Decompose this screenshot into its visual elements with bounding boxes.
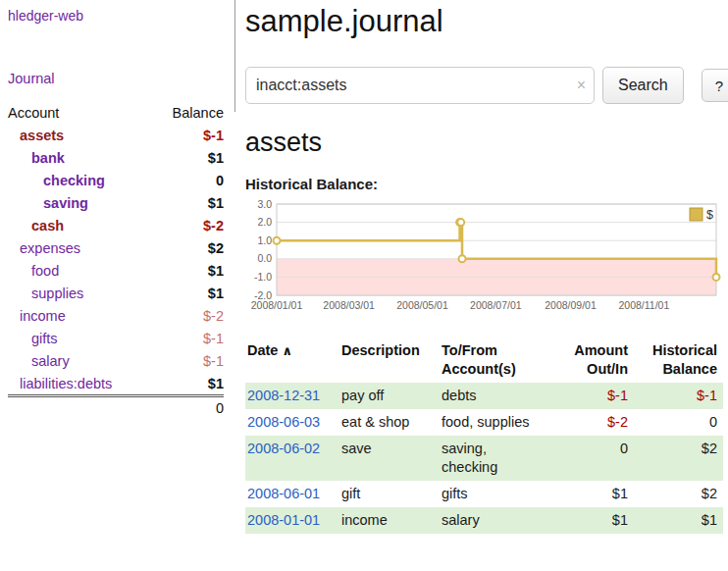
transaction-accounts: debts: [440, 383, 565, 409]
register-row: 2008-01-01 income salary $1 $1: [245, 507, 723, 534]
transaction-balance: $2: [634, 436, 723, 481]
search-form: × Search ?: [245, 67, 728, 104]
account-link[interactable]: salary: [8, 353, 70, 369]
transaction-description: pay off: [339, 383, 440, 409]
help-button[interactable]: ?: [702, 69, 728, 102]
transaction-balance: 0: [634, 409, 723, 436]
svg-text:3.0: 3.0: [257, 198, 272, 210]
transaction-accounts: food, supplies: [440, 409, 565, 436]
sidebar-divider: [234, 0, 235, 112]
account-link[interactable]: checking: [8, 173, 105, 188]
historical-balance-chart: 3.02.01.00.0-1.0-2.02008/01/012008/03/01…: [245, 196, 723, 320]
transaction-accounts: saving, checking: [440, 436, 565, 481]
transaction-date-link[interactable]: 2008-06-02: [247, 441, 320, 456]
account-balance: $1: [152, 259, 224, 282]
search-input[interactable]: [245, 67, 595, 104]
account-balance: $-1: [152, 349, 224, 372]
sidebar: hledger-web Journal Account Balance asse…: [0, 0, 235, 571]
main-content: sample.journal × Search ? assets Histori…: [235, 0, 728, 571]
transaction-amount: $-1: [565, 383, 634, 409]
transaction-accounts: gifts: [440, 481, 565, 507]
account-row: food $1: [8, 259, 224, 282]
account-row: liabilities:debts $1: [8, 372, 224, 396]
accounts-table-body: assets $-1 bank $1 checking 0 saving $1 …: [8, 124, 224, 396]
nav-journal-link[interactable]: Journal: [8, 71, 224, 86]
svg-text:0.0: 0.0: [257, 252, 272, 264]
svg-text:2008/11/01: 2008/11/01: [618, 299, 669, 311]
accounts-header-row: Account Balance: [8, 102, 224, 124]
svg-text:$: $: [706, 208, 713, 222]
register-body: 2008-12-31 pay off debts $-1 $-1 2008-06…: [245, 383, 723, 534]
account-link[interactable]: supplies: [8, 286, 83, 301]
transaction-amount: $1: [565, 507, 634, 534]
account-balance: $-1: [152, 327, 224, 349]
transaction-description: eat & shop: [339, 409, 440, 436]
transaction-date-link[interactable]: 2008-01-01: [247, 512, 320, 528]
account-balance: $1: [152, 191, 224, 214]
transaction-amount: $-2: [565, 409, 634, 436]
account-balance: $-2: [152, 304, 224, 327]
account-row: supplies $1: [8, 282, 224, 304]
accounts-header-account: Account: [8, 102, 152, 124]
accounts-total-row: 0: [8, 396, 224, 420]
account-balance: $1: [152, 372, 224, 396]
account-balance: $1: [152, 146, 224, 169]
svg-text:2008/07/01: 2008/07/01: [470, 299, 522, 311]
account-link[interactable]: bank: [8, 150, 65, 166]
account-balance: 0: [152, 169, 224, 191]
transaction-balance: $2: [634, 481, 723, 507]
account-link[interactable]: food: [8, 263, 59, 279]
transaction-description: income: [339, 507, 440, 534]
search-button[interactable]: Search: [602, 67, 684, 104]
svg-text:2008/01/01: 2008/01/01: [251, 299, 303, 311]
register-header-row: Date∧ Description To/From Account(s) Amo…: [245, 339, 723, 383]
accounts-header-balance: Balance: [152, 102, 224, 124]
account-link[interactable]: saving: [8, 195, 88, 211]
account-balance: $-2: [152, 214, 224, 236]
account-link[interactable]: liabilities:debts: [8, 376, 112, 391]
account-row: income $-2: [8, 304, 224, 327]
svg-text:1.0: 1.0: [257, 234, 272, 246]
account-row: salary $-1: [8, 349, 224, 372]
account-row: cash $-2: [8, 214, 224, 236]
account-link[interactable]: expenses: [8, 240, 80, 256]
register-header-date[interactable]: Date∧: [245, 339, 339, 383]
account-balance: $2: [152, 236, 224, 259]
account-link[interactable]: income: [8, 308, 66, 324]
transaction-amount: 0: [565, 436, 634, 481]
account-balance: $1: [152, 282, 224, 304]
svg-text:2008/05/01: 2008/05/01: [396, 299, 448, 311]
svg-text:2008/03/01: 2008/03/01: [323, 299, 375, 311]
transaction-description: save: [339, 436, 440, 481]
register-row: 2008-06-03 eat & shop food, supplies $-2…: [245, 409, 723, 436]
accounts-table: Account Balance assets $-1 bank $1 check…: [8, 102, 224, 420]
account-link[interactable]: cash: [8, 218, 64, 234]
sort-ascending-icon: ∧: [282, 343, 292, 358]
account-link[interactable]: assets: [8, 128, 64, 143]
register-header-balance: Historical Balance: [634, 339, 723, 383]
chart-title: Historical Balance:: [245, 176, 728, 192]
account-row: expenses $2: [8, 236, 224, 259]
account-heading: assets: [245, 128, 728, 158]
transaction-date-link[interactable]: 2008-06-03: [247, 414, 320, 430]
transaction-date-link[interactable]: 2008-12-31: [247, 388, 320, 403]
account-row: assets $-1: [8, 124, 224, 146]
register-header-amount: Amount Out/In: [565, 339, 634, 383]
account-link[interactable]: gifts: [8, 331, 58, 346]
search-box: ×: [245, 67, 595, 104]
register-header-description: Description: [339, 339, 440, 383]
account-row: gifts $-1: [8, 327, 224, 349]
register-header-accounts: To/From Account(s): [440, 339, 565, 383]
account-row: saving $1: [8, 191, 224, 214]
account-row: bank $1: [8, 146, 224, 169]
hledger-web-app: hledger-web Journal Account Balance asse…: [0, 0, 728, 571]
register-row: 2008-06-02 save saving, checking 0 $2: [245, 436, 723, 481]
transaction-date-link[interactable]: 2008-06-01: [247, 486, 320, 501]
brand-link[interactable]: hledger-web: [8, 8, 83, 24]
clear-search-icon[interactable]: ×: [577, 76, 586, 95]
svg-text:2.0: 2.0: [257, 216, 272, 228]
register-row: 2008-06-01 gift gifts $1 $2: [245, 481, 723, 507]
svg-text:2008/09/01: 2008/09/01: [545, 299, 597, 311]
account-balance: $-1: [152, 124, 224, 146]
transaction-balance: $1: [634, 507, 723, 534]
